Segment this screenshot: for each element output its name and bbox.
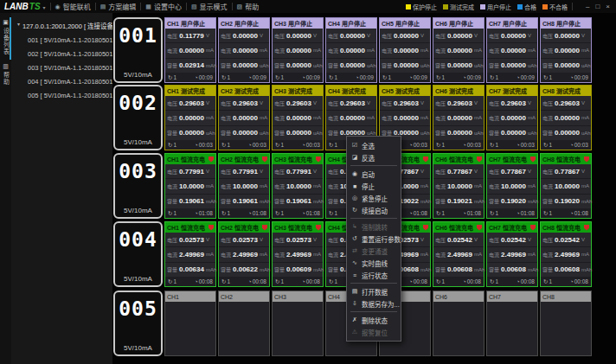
channel-card-002-ch6[interactable]: CH6 测试完成 电压 0.29603 V 电流 0.00000 mA 容量 0… (433, 85, 484, 150)
channel-card-005-ch6[interactable]: CH6 (433, 291, 484, 356)
channel-card-002-ch7[interactable]: CH7 测试完成 电压 0.29603 V 电流 0.00000 mA 容量 0… (486, 85, 538, 150)
channel-card-005-ch1[interactable]: CH1 (164, 291, 216, 356)
channel-card-002-ch1[interactable]: CH1 测试完成 电压 0.29603 V 电流 0.00000 mA 容量 0… (164, 85, 216, 150)
tree-expander-icon[interactable]: ▾ (17, 21, 20, 30)
rail-tab-help[interactable]: ▥ 帮助 (0, 61, 11, 91)
voltage-label: 电压 (167, 168, 177, 176)
menubar-item-plan-edit[interactable]: ▤ 方案编辑 (100, 2, 137, 11)
context-menu-item-start[interactable]: ◉ 启动 (347, 168, 401, 180)
current-value: 0.00000 (178, 114, 205, 122)
voltage-unit: V (313, 33, 321, 38)
context-menu-item-delete-status[interactable]: ✗ 删除状态 (347, 314, 401, 326)
channel-card-003-ch7[interactable]: CH7 恒流充电 电压 0.77867 V 电流 10.0000 mA 容量 0… (486, 153, 538, 219)
tree-device-item[interactable]: 002 [ 5V/10mA-1.1-20180501002 ] (11, 47, 112, 61)
elapsed-time: 00:09 (467, 74, 481, 80)
device-tile[interactable]: 004 5V/10mA (113, 221, 163, 287)
clock-icon: ◔ (302, 74, 305, 80)
restore-button[interactable]: □ (595, 3, 600, 10)
current-value: 0.00000 (554, 114, 581, 122)
menubar-item-settings-center[interactable]: ▦ 设置中心 (145, 2, 182, 11)
minimize-button[interactable]: – (586, 3, 589, 10)
channel-card-005-ch7[interactable]: CH7 (486, 291, 538, 356)
channel-card-003-ch6[interactable]: CH6 恒流充电 电压 0.77867 V 电流 10.0000 mA 容量 0… (433, 153, 484, 219)
channel-name: CH7 (489, 21, 501, 27)
capacity-unit: mAh (206, 63, 214, 68)
device-tile[interactable]: 003 5V/10mA (113, 153, 163, 219)
context-menu-item-reset-run-params[interactable]: ↺ 重置运行参数 (347, 233, 401, 245)
tree-device-item[interactable]: 005 [ 5V/10mA-1.1-20180501005 ] (11, 88, 112, 102)
current-row: 电流 10.0000 mA (165, 179, 215, 194)
context-menu-item-emergency-stop[interactable]: ◎ 紧急停止 (347, 192, 401, 204)
rail-tab-device-list[interactable]: ▣ 设备列表 (0, 16, 11, 61)
channel-card-001-ch6[interactable]: CH6 用户停止 电压 0.00000 V 电流 0.00000 mA 容量 0… (433, 17, 484, 83)
device-tile[interactable]: 002 5V/10mA (113, 85, 163, 150)
menubar-item-help[interactable]: ▨ 帮助 (237, 2, 260, 11)
context-menu-item-select-all[interactable]: ☑ 全选 (347, 139, 401, 151)
context-menu-item-resume-start[interactable]: ↻ 续接启动 (347, 204, 401, 216)
elapsed-time: 00:09 (253, 74, 266, 80)
device-tile[interactable]: 001 5V/10mA (113, 17, 163, 83)
channel-card-005-ch2[interactable]: CH2 (218, 291, 270, 356)
channel-card-005-ch8[interactable]: CH8 (540, 291, 592, 356)
tree-device-item[interactable]: 004 [ 5V/10mA-1.1-20180501004 ] (11, 74, 112, 88)
channel-card-004-ch7[interactable]: CH7 恒流充电 电压 0.02542 V 电流 2.49969 mA 容量 0… (486, 221, 538, 287)
current-label: 电流 (435, 182, 446, 190)
protect-shield-icon (423, 156, 428, 163)
channel-card-003-ch8[interactable]: CH8 恒流充电 电压 0.77867 V 电流 10.0000 mA 容量 0… (540, 153, 592, 219)
channel-card-002-ch2[interactable]: CH2 测试完成 电压 0.29603 V 电流 0.00000 mA 容量 0… (218, 85, 270, 150)
channel-card-004-ch6[interactable]: CH6 恒流充电 电压 0.02542 V 电流 2.49969 mA 容量 0… (433, 221, 484, 287)
context-menu-item-run-status[interactable]: ≡ 运行状态 (347, 269, 401, 281)
tree-device-item[interactable]: 003 [ 5V/10mA-1.1-20180501003 ] (11, 61, 112, 74)
channel-card-001-ch8[interactable]: CH8 用户停止 电压 0.00000 V 电流 0.00000 mA 容量 0… (540, 17, 592, 83)
close-button[interactable]: × (606, 3, 610, 10)
context-menu-item-open-data[interactable]: ▤ 打开数据 (347, 285, 401, 297)
channel-card-header: CH2 (219, 291, 269, 302)
channel-card-001-ch1[interactable]: CH1 用户停止 电压 0.11779 V 电流 0.00000 mA 容量 0… (164, 17, 216, 83)
voltage-label: 电压 (167, 99, 177, 107)
channel-card-004-ch1[interactable]: CH1 恒流充电 电压 0.02573 V 电流 2.49969 mA 容量 0… (164, 221, 216, 287)
context-menu-item-save-data-as[interactable]: ⇩ 数据另存为... (347, 297, 401, 310)
elapsed-time: 00:09 (574, 74, 588, 80)
channel-card-001-ch4[interactable]: CH4 用户停止 电压 0.00000 V 电流 0.00000 mA 容量 0… (325, 17, 377, 83)
voltage-label: 电压 (489, 236, 499, 244)
capacity-label: 容量 (489, 197, 499, 205)
channel-status: 用户停止 (342, 19, 366, 28)
channel-card-004-ch2[interactable]: CH2 恒流充电 电压 0.02573 V 电流 2.49969 mA 容量 0… (218, 221, 270, 287)
context-menu-item-invert-select[interactable]: ◪ 反选 (347, 151, 401, 163)
channel-card-001-ch3[interactable]: CH3 用户停止 电压 0.00000 V 电流 0.00000 mA 容量 0… (272, 17, 324, 83)
tree-root-node[interactable]: ▾ 127.0.0.1:2001,2000 [ 连接设备5 台 ] (11, 19, 112, 33)
channel-card-001-ch7[interactable]: CH7 用户停止 电压 0.00000 V 电流 0.00000 mA 容量 0… (486, 17, 538, 83)
loop-icon: ↻ (329, 142, 333, 149)
menubar-item-display-mode[interactable]: ▧ 显示模式 (191, 2, 228, 11)
channel-card-005-ch3[interactable]: CH3 (272, 291, 324, 356)
channel-card-003-ch2[interactable]: CH2 恒流充电 电压 0.77991 V 电流 10.0000 mA 容量 0… (218, 153, 270, 219)
channel-name: CH8 (542, 21, 555, 27)
capacity-value: 0.19021 (446, 197, 473, 205)
logo-caret-icon[interactable]: ▾ (43, 4, 46, 10)
channel-card-001-ch2[interactable]: CH2 用户停止 电压 0.00000 V 电流 0.00000 mA 容量 0… (218, 17, 270, 83)
tree-device-item[interactable]: 001 [ 5V/10mA-1.1-20180501001 ] (11, 33, 112, 47)
channel-card-header: CH8 (541, 291, 591, 302)
context-menu-item-stop[interactable]: ■ 停止 (347, 180, 401, 192)
channel-card-004-ch3[interactable]: CH3 恒流充电 电压 0.02573 V 电流 2.49969 mA 容量 0… (272, 221, 324, 287)
channel-card-002-ch8[interactable]: CH8 测试完成 电压 0.29603 V 电流 0.00000 mA 容量 0… (540, 85, 592, 150)
channel-card-004-ch8[interactable]: CH8 恒流充电 电压 0.02542 V 电流 2.49969 mA 容量 0… (540, 221, 592, 287)
menubar-item-smart-link[interactable]: ◉ 智能联机 (55, 2, 91, 11)
voltage-value: 0.77867 (554, 168, 581, 176)
channel-card-header: CH7 恒流充电 (487, 154, 537, 164)
device-tile[interactable]: 005 5V/10mA (113, 291, 163, 356)
channel-card-001-ch5[interactable]: CH5 用户停止 电压 0.00000 V 电流 0.00000 mA 容量 0… (379, 17, 431, 83)
channel-card-003-ch1[interactable]: CH1 恒流充电 电压 0.77991 V 电流 10.0000 mA 容量 0… (164, 153, 216, 219)
context-menu-item-realtime-curve[interactable]: ∿ 实时曲线 (347, 257, 401, 269)
loop-count: 1 (441, 142, 445, 148)
current-value: 10.0000 (286, 182, 312, 190)
voltage-unit: V (206, 237, 214, 242)
capacity-row: 容量 0.00608 mAh (487, 263, 537, 277)
voltage-row: 电压 0.77867 V (487, 164, 537, 179)
current-label: 电流 (221, 114, 231, 122)
channel-card-003-ch3[interactable]: CH3 恒流充电 电压 0.77991 V 电流 10.0000 mA 容量 0… (272, 153, 324, 219)
channel-card-002-ch3[interactable]: CH3 测试完成 电压 0.29603 V 电流 0.00000 mA 容量 0… (272, 85, 324, 150)
voltage-value: 0.02573 (286, 236, 312, 244)
voltage-value: 0.29603 (446, 99, 473, 107)
capacity-row: 容量 0.00608 mAh (433, 263, 484, 277)
